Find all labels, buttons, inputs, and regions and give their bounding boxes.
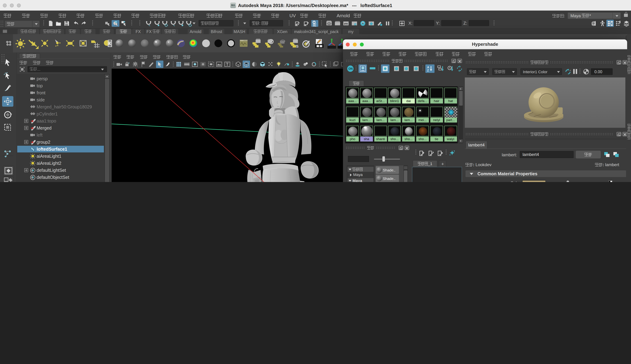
svg-text:A: A (427, 66, 429, 69)
svg-text:S: S (296, 44, 298, 48)
svg-text:Z: Z (427, 69, 429, 72)
svg-text:IPR: IPR (344, 22, 348, 25)
